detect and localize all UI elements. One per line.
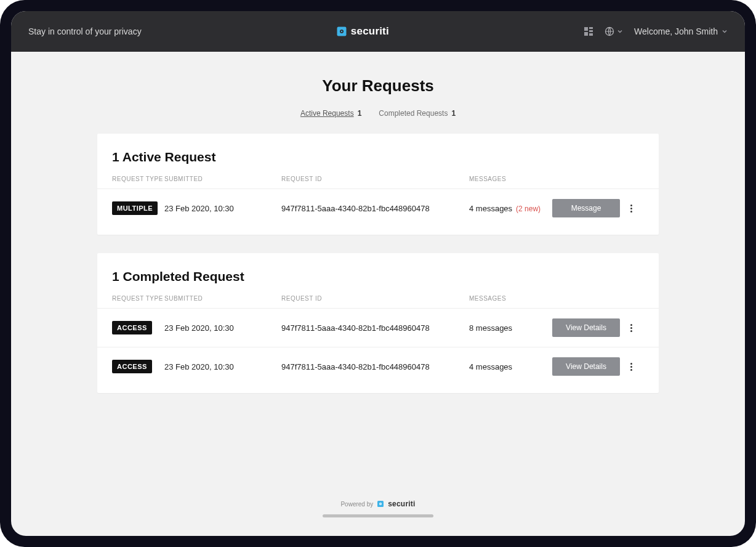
col-messages: MESSAGES: [469, 176, 552, 182]
table-header: REQUEST TYPE SUBMITTED REQUEST ID MESSAG…: [97, 295, 659, 308]
submitted-cell: 23 Feb 2020, 10:30: [164, 362, 281, 371]
col-request-type: REQUEST TYPE: [112, 295, 164, 302]
tab-label: Active Requests: [300, 109, 354, 118]
request-type-badge: ACCESS: [112, 321, 152, 334]
screen: Stay in control of your privacy securiti: [11, 11, 745, 536]
col-request-type: REQUEST TYPE: [112, 176, 164, 182]
welcome-text: Welcome, John Smith: [634, 26, 718, 36]
card-title: 1 Active Request: [97, 134, 659, 176]
table-row: ACCESS 23 Feb 2020, 10:30 947f7811-5aaa-…: [97, 347, 659, 386]
more-menu-icon[interactable]: [625, 360, 637, 373]
request-id-cell: 947f7811-5aaa-4340-82b1-fbc448960478: [281, 362, 469, 371]
tab-completed-requests[interactable]: Completed Requests 1: [379, 109, 456, 118]
col-submitted: SUBMITTED: [164, 176, 281, 182]
col-submitted: SUBMITTED: [164, 295, 281, 302]
tab-active-requests[interactable]: Active Requests 1: [300, 109, 361, 118]
svg-rect-4: [589, 27, 593, 29]
language-selector[interactable]: [605, 26, 623, 36]
user-menu[interactable]: Welcome, John Smith: [634, 26, 728, 36]
request-type-badge: ACCESS: [112, 360, 152, 373]
topbar: Stay in control of your privacy securiti: [11, 11, 745, 52]
brand-logo: securiti: [142, 25, 584, 38]
svg-point-2: [341, 31, 342, 32]
messages-count: 4 messages: [469, 362, 512, 371]
completed-requests-card: 1 Completed Request REQUEST TYPE SUBMITT…: [97, 253, 659, 393]
tagline: Stay in control of your privacy: [28, 26, 142, 36]
footer: Powered by securiti: [340, 488, 415, 512]
col-request-id: REQUEST ID: [281, 295, 469, 302]
globe-icon: [605, 26, 614, 36]
footer-brand: securiti: [388, 500, 415, 508]
view-details-button[interactable]: View Details: [552, 318, 620, 337]
svg-rect-6: [584, 32, 588, 36]
tab-count: 1: [451, 109, 456, 118]
chevron-down-icon: [722, 28, 728, 34]
message-button[interactable]: Message: [552, 199, 620, 217]
messages-cell: 4 messages (2 new): [469, 204, 552, 213]
apps-grid-icon[interactable]: [584, 26, 593, 36]
brand-name: securiti: [351, 25, 389, 38]
active-requests-card: 1 Active Request REQUEST TYPE SUBMITTED …: [97, 134, 659, 235]
securiti-logo-icon: [377, 500, 384, 508]
home-indicator: [323, 514, 433, 517]
page-title: Your Requests: [322, 76, 434, 95]
request-tabs: Active Requests 1 Completed Requests 1: [300, 109, 456, 118]
powered-by-label: Powered by: [340, 501, 373, 508]
svg-rect-5: [589, 30, 593, 32]
svg-rect-3: [584, 27, 588, 31]
request-type-badge: MULTIPLE: [112, 201, 158, 215]
table-row: ACCESS 23 Feb 2020, 10:30 947f7811-5aaa-…: [97, 308, 659, 347]
tab-label: Completed Requests: [379, 109, 448, 118]
device-frame: Stay in control of your privacy securiti: [0, 0, 756, 547]
request-id-cell: 947f7811-5aaa-4340-82b1-fbc448960478: [281, 204, 469, 213]
card-title: 1 Completed Request: [97, 253, 659, 295]
tab-count: 1: [358, 109, 362, 118]
col-request-id: REQUEST ID: [281, 176, 469, 182]
col-messages: MESSAGES: [469, 295, 552, 302]
more-menu-icon[interactable]: [625, 322, 637, 334]
request-id-cell: 947f7811-5aaa-4340-82b1-fbc448960478: [281, 323, 469, 333]
submitted-cell: 23 Feb 2020, 10:30: [164, 204, 281, 213]
messages-cell: 8 messages: [469, 323, 552, 333]
main-content: Your Requests Active Requests 1 Complete…: [11, 52, 745, 536]
submitted-cell: 23 Feb 2020, 10:30: [164, 323, 281, 333]
view-details-button[interactable]: View Details: [552, 357, 620, 376]
messages-count: 8 messages: [469, 323, 512, 333]
svg-point-11: [380, 503, 381, 504]
table-header: REQUEST TYPE SUBMITTED REQUEST ID MESSAG…: [97, 176, 659, 188]
new-messages-badge: (2 new): [516, 205, 541, 213]
chevron-down-icon: [617, 28, 623, 34]
topbar-right: Welcome, John Smith: [584, 26, 728, 36]
more-menu-icon[interactable]: [625, 202, 637, 214]
securiti-logo-icon: [336, 26, 347, 37]
svg-rect-7: [589, 33, 593, 36]
messages-cell: 4 messages: [469, 362, 552, 371]
table-row: MULTIPLE 23 Feb 2020, 10:30 947f7811-5aa…: [97, 188, 659, 227]
messages-count: 4 messages: [469, 204, 512, 213]
